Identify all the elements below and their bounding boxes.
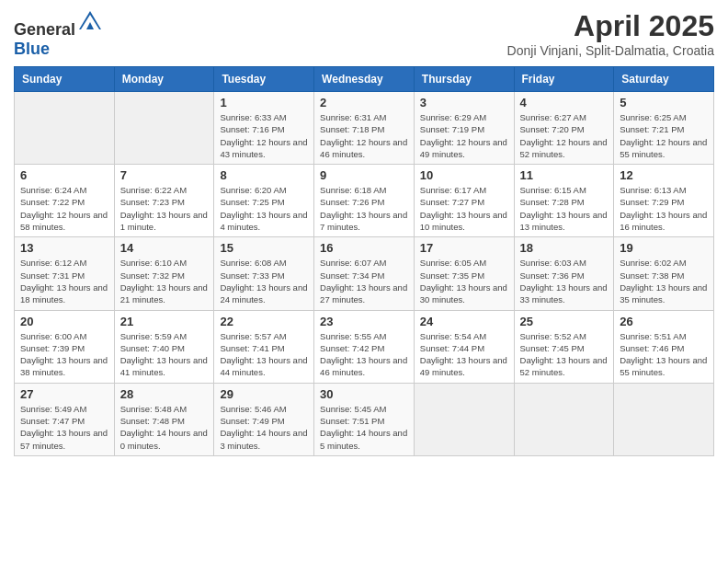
day-number: 3	[420, 96, 508, 109]
calendar-table: SundayMondayTuesdayWednesdayThursdayFrid…	[14, 66, 714, 456]
logo-icon	[77, 9, 103, 35]
day-number: 11	[520, 168, 609, 182]
day-number: 13	[20, 241, 108, 255]
calendar-cell: 6Sunrise: 6:24 AM Sunset: 7:22 PM Daylig…	[15, 165, 115, 237]
day-info: Sunrise: 5:54 AM Sunset: 7:44 PM Dayligh…	[420, 330, 508, 379]
day-number: 24	[420, 315, 508, 328]
calendar-week-3: 13Sunrise: 6:12 AM Sunset: 7:31 PM Dayli…	[15, 237, 714, 310]
location-subtitle: Donji Vinjani, Split-Dalmatia, Croatia	[507, 43, 714, 58]
weekday-header-wednesday: Wednesday	[314, 67, 415, 92]
calendar-cell: 11Sunrise: 6:15 AM Sunset: 7:28 PM Dayli…	[514, 165, 614, 237]
day-number: 4	[520, 96, 609, 109]
day-number: 27	[20, 387, 108, 401]
day-info: Sunrise: 6:22 AM Sunset: 7:23 PM Dayligh…	[120, 184, 209, 233]
day-info: Sunrise: 5:48 AM Sunset: 7:48 PM Dayligh…	[120, 403, 209, 452]
calendar-cell: 18Sunrise: 6:03 AM Sunset: 7:36 PM Dayli…	[514, 237, 614, 310]
calendar-cell: 13Sunrise: 6:12 AM Sunset: 7:31 PM Dayli…	[15, 237, 115, 310]
calendar-cell: 1Sunrise: 6:33 AM Sunset: 7:16 PM Daylig…	[214, 92, 314, 165]
page-header: General Blue April 2025 Donji Vinjani, S…	[14, 9, 714, 59]
day-info: Sunrise: 6:29 AM Sunset: 7:19 PM Dayligh…	[420, 111, 508, 160]
calendar-cell: 27Sunrise: 5:49 AM Sunset: 7:47 PM Dayli…	[15, 383, 115, 455]
calendar-cell: 14Sunrise: 6:10 AM Sunset: 7:32 PM Dayli…	[114, 237, 214, 310]
day-number: 9	[320, 168, 408, 182]
day-number: 30	[320, 387, 408, 401]
day-info: Sunrise: 6:24 AM Sunset: 7:22 PM Dayligh…	[20, 184, 108, 233]
day-info: Sunrise: 5:45 AM Sunset: 7:51 PM Dayligh…	[320, 403, 408, 452]
calendar-cell: 22Sunrise: 5:57 AM Sunset: 7:41 PM Dayli…	[214, 310, 314, 383]
month-title: April 2025	[507, 9, 714, 43]
day-info: Sunrise: 6:20 AM Sunset: 7:25 PM Dayligh…	[220, 184, 308, 233]
weekday-header-saturday: Saturday	[614, 67, 714, 92]
day-info: Sunrise: 6:05 AM Sunset: 7:35 PM Dayligh…	[420, 257, 508, 305]
day-info: Sunrise: 6:08 AM Sunset: 7:33 PM Dayligh…	[220, 257, 308, 305]
weekday-header-thursday: Thursday	[414, 67, 514, 92]
day-number: 7	[120, 168, 209, 182]
calendar-cell: 19Sunrise: 6:02 AM Sunset: 7:38 PM Dayli…	[614, 237, 714, 310]
day-number: 5	[620, 96, 708, 109]
day-number: 17	[420, 241, 508, 255]
day-number: 14	[120, 241, 209, 255]
logo-blue: Blue	[14, 40, 50, 58]
calendar-cell: 5Sunrise: 6:25 AM Sunset: 7:21 PM Daylig…	[614, 92, 714, 165]
day-info: Sunrise: 6:10 AM Sunset: 7:32 PM Dayligh…	[120, 257, 209, 305]
day-number: 28	[120, 387, 209, 401]
calendar-cell: 3Sunrise: 6:29 AM Sunset: 7:19 PM Daylig…	[414, 92, 514, 165]
day-number: 19	[620, 241, 708, 255]
calendar-cell: 24Sunrise: 5:54 AM Sunset: 7:44 PM Dayli…	[414, 310, 514, 383]
calendar-cell: 21Sunrise: 5:59 AM Sunset: 7:40 PM Dayli…	[114, 310, 214, 383]
day-number: 16	[320, 241, 408, 255]
day-number: 6	[20, 168, 108, 182]
day-number: 15	[220, 241, 308, 255]
day-info: Sunrise: 5:55 AM Sunset: 7:42 PM Dayligh…	[320, 330, 408, 379]
day-info: Sunrise: 5:57 AM Sunset: 7:41 PM Dayligh…	[220, 330, 308, 379]
day-number: 21	[120, 315, 209, 328]
day-number: 8	[220, 168, 308, 182]
page-container: General Blue April 2025 Donji Vinjani, S…	[0, 0, 728, 465]
calendar-cell	[414, 383, 514, 455]
day-info: Sunrise: 6:17 AM Sunset: 7:27 PM Dayligh…	[420, 184, 508, 233]
day-info: Sunrise: 5:46 AM Sunset: 7:49 PM Dayligh…	[220, 403, 308, 452]
day-info: Sunrise: 5:59 AM Sunset: 7:40 PM Dayligh…	[120, 330, 209, 379]
day-number: 1	[220, 96, 308, 109]
day-number: 2	[320, 96, 408, 109]
day-info: Sunrise: 5:51 AM Sunset: 7:46 PM Dayligh…	[620, 330, 708, 379]
calendar-week-1: 1Sunrise: 6:33 AM Sunset: 7:16 PM Daylig…	[15, 92, 714, 165]
logo-general: General	[14, 20, 75, 39]
calendar-cell: 15Sunrise: 6:08 AM Sunset: 7:33 PM Dayli…	[214, 237, 314, 310]
day-info: Sunrise: 5:52 AM Sunset: 7:45 PM Dayligh…	[520, 330, 609, 379]
day-number: 20	[20, 315, 108, 328]
calendar-cell: 29Sunrise: 5:46 AM Sunset: 7:49 PM Dayli…	[214, 383, 314, 455]
calendar-week-4: 20Sunrise: 6:00 AM Sunset: 7:39 PM Dayli…	[15, 310, 714, 383]
calendar-cell: 2Sunrise: 6:31 AM Sunset: 7:18 PM Daylig…	[314, 92, 415, 165]
day-info: Sunrise: 6:00 AM Sunset: 7:39 PM Dayligh…	[20, 330, 108, 379]
title-area: April 2025 Donji Vinjani, Split-Dalmatia…	[507, 9, 714, 58]
calendar-cell: 26Sunrise: 5:51 AM Sunset: 7:46 PM Dayli…	[614, 310, 714, 383]
calendar-cell: 28Sunrise: 5:48 AM Sunset: 7:48 PM Dayli…	[114, 383, 214, 455]
day-number: 26	[620, 315, 708, 328]
day-info: Sunrise: 6:07 AM Sunset: 7:34 PM Dayligh…	[320, 257, 408, 305]
day-info: Sunrise: 6:02 AM Sunset: 7:38 PM Dayligh…	[620, 257, 708, 305]
day-info: Sunrise: 6:12 AM Sunset: 7:31 PM Dayligh…	[20, 257, 108, 305]
calendar-cell: 23Sunrise: 5:55 AM Sunset: 7:42 PM Dayli…	[314, 310, 415, 383]
calendar-week-5: 27Sunrise: 5:49 AM Sunset: 7:47 PM Dayli…	[15, 383, 714, 455]
day-info: Sunrise: 6:13 AM Sunset: 7:29 PM Dayligh…	[620, 184, 708, 233]
day-info: Sunrise: 6:15 AM Sunset: 7:28 PM Dayligh…	[520, 184, 609, 233]
weekday-header-tuesday: Tuesday	[214, 67, 314, 92]
day-number: 25	[520, 315, 609, 328]
day-info: Sunrise: 6:33 AM Sunset: 7:16 PM Dayligh…	[220, 111, 308, 160]
day-number: 22	[220, 315, 308, 328]
calendar-cell: 16Sunrise: 6:07 AM Sunset: 7:34 PM Dayli…	[314, 237, 415, 310]
logo: General Blue	[14, 9, 103, 59]
calendar-cell: 17Sunrise: 6:05 AM Sunset: 7:35 PM Dayli…	[414, 237, 514, 310]
day-number: 10	[420, 168, 508, 182]
day-number: 29	[220, 387, 308, 401]
calendar-cell	[114, 92, 214, 165]
day-number: 12	[620, 168, 708, 182]
calendar-cell: 25Sunrise: 5:52 AM Sunset: 7:45 PM Dayli…	[514, 310, 614, 383]
day-number: 18	[520, 241, 609, 255]
day-info: Sunrise: 6:03 AM Sunset: 7:36 PM Dayligh…	[520, 257, 609, 305]
day-info: Sunrise: 6:27 AM Sunset: 7:20 PM Dayligh…	[520, 111, 609, 160]
day-info: Sunrise: 6:31 AM Sunset: 7:18 PM Dayligh…	[320, 111, 408, 160]
calendar-cell: 30Sunrise: 5:45 AM Sunset: 7:51 PM Dayli…	[314, 383, 415, 455]
calendar-cell: 10Sunrise: 6:17 AM Sunset: 7:27 PM Dayli…	[414, 165, 514, 237]
